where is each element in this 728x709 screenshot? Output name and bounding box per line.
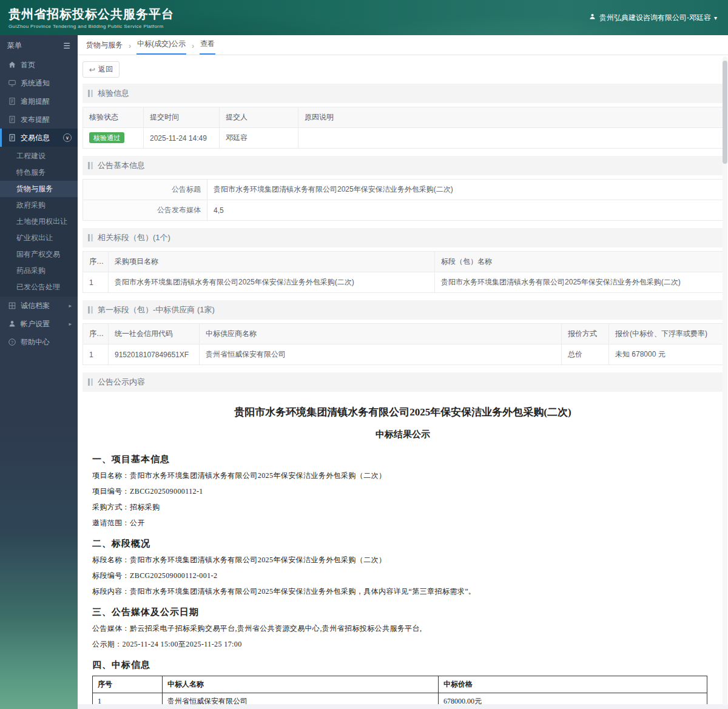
sidebar-item-gov-procurement[interactable]: 政府采购 [0, 197, 78, 213]
sidebar-item-published-notices[interactable]: 已发公告处理 [0, 279, 78, 295]
supplier-name-cell: 贵州省恒威保安有限公司 [200, 344, 562, 365]
sidebar-item-publish-reminder[interactable]: 发布提醒 [0, 110, 78, 129]
doc-heading-1: 一、项目基本信息 [92, 454, 713, 465]
winner-price-cell: 678000.00元 [439, 693, 707, 705]
user-menu[interactable]: 贵州弘典建设咨询有限公司-邓廷容 ▾ [588, 13, 717, 23]
brand: 贵州省招标投标公共服务平台 GuiZhou Province Tendering… [8, 6, 174, 29]
table-row: 公告发布媒体 4,5 [83, 200, 723, 221]
field-value: 贵阳市水务环境集团清镇水务有限公司2025年保安保洁业务外包采购(二次) [207, 180, 723, 200]
field-value: 4,5 [207, 200, 723, 221]
section-header-related: 相关标段（包）(1个) [83, 228, 723, 247]
status-badge: 核验通过 [89, 132, 124, 143]
back-icon: ↩ [89, 66, 95, 74]
user-name: 贵州弘典建设咨询有限公司-邓廷容 [599, 13, 711, 23]
svg-text:?: ? [11, 340, 13, 344]
app-header: 贵州省招标投标公共服务平台 GuiZhou Province Tendering… [0, 0, 728, 35]
section-verify: 核验信息 核验状态 提交时间 提交人 原因说明 核验通过 2025-11-24 … [83, 84, 723, 149]
doc-line: 邀请范围：公开 [92, 518, 713, 528]
doc-line: 项目名称：贵阳市水务环境集团清镇水务有限公司2025年保安保洁业务外包采购（二次… [92, 471, 713, 481]
question-icon: ? [7, 338, 16, 346]
section-marker-icon [88, 162, 90, 169]
sidebar-item-land-rights[interactable]: 土地使用权出让 [0, 213, 78, 230]
hamburger-icon[interactable]: ☰ [63, 41, 70, 50]
sidebar-item-home[interactable]: 首页 [0, 56, 78, 74]
chevron-down-icon: ∨ [63, 133, 72, 142]
section-basic-info: 公告基本信息 公告标题 贵阳市水务环境集团清镇水务有限公司2025年保安保洁业务… [83, 156, 723, 221]
doc-line: 标段内容：贵阳市水务环境集团清镇水务有限公司2025年保安保洁业务外包采购，具体… [92, 586, 713, 597]
back-button-label: 返回 [98, 64, 113, 75]
sidebar-item-credit-archive[interactable]: 诚信档案 ▸ [0, 297, 78, 315]
document-icon [7, 97, 16, 106]
sidebar-item-overdue-reminder[interactable]: 逾期提醒 [0, 92, 78, 110]
award-info-table: 序号 中标人名称 中标价格 1 贵州省恒威保安有限公司 678000.00元 [92, 676, 707, 704]
row-no-cell: 1 [93, 693, 163, 705]
verify-status-cell: 核验通过 [83, 128, 144, 149]
breadcrumb-item-award-notice[interactable]: 中标(成交)公示 [136, 35, 186, 55]
table-header-row: 核验状态 提交时间 提交人 原因说明 [83, 107, 723, 128]
section-title: 公告基本信息 [98, 160, 145, 171]
section-header-verify: 核验信息 [83, 84, 723, 103]
table-header-row: 序号 采购项目名称 标段（包）名称 [83, 252, 723, 272]
doc-line: 标段名称：贵阳市水务环境集团清镇水务有限公司2025年保安保洁业务外包采购（二次… [92, 555, 713, 565]
home-icon [7, 61, 16, 69]
column-header: 提交人 [220, 107, 298, 128]
document-title: 贵阳市水务环境集团清镇水务有限公司2025年保安保洁业务外包采购(二次) [110, 405, 695, 419]
sidebar-item-engineering[interactable]: 工程建设 [0, 148, 78, 164]
winner-name-cell: 贵州省恒威保安有限公司 [163, 693, 439, 705]
section-marker-icon [88, 306, 90, 314]
verify-table: 核验状态 提交时间 提交人 原因说明 核验通过 2025-11-24 14:49… [83, 107, 723, 149]
app-title: 贵州省招标投标公共服务平台 [8, 6, 174, 22]
sidebar-item-state-property[interactable]: 国有产权交易 [0, 246, 78, 263]
archive-grid-icon [7, 301, 16, 310]
sidebar-item-label: 发布提醒 [21, 115, 72, 125]
document-icon [7, 115, 16, 124]
back-button[interactable]: ↩ 返回 [83, 61, 120, 78]
sidebar-item-label: 逾期提醒 [21, 96, 72, 107]
column-header: 报价方式 [562, 324, 609, 344]
scrollbar-thumb[interactable] [723, 61, 727, 164]
column-header: 提交时间 [144, 107, 220, 128]
document-icon [7, 133, 16, 142]
column-header: 中标供应商名称 [200, 324, 562, 344]
price-cell: 未知 678000 元 [609, 344, 723, 365]
section-header-basic: 公告基本信息 [83, 156, 723, 175]
doc-line: 采购方式：招标采购 [92, 502, 713, 512]
field-label: 公告标题 [83, 180, 207, 200]
sidebar-item-account-settings[interactable]: 帐户设置 ▸ [0, 315, 78, 333]
verify-time-cell: 2025-11-24 14:49 [144, 128, 220, 149]
section-related-lots: 相关标段（包）(1个) 序号 采购项目名称 标段（包）名称 1 贵阳市水务环境集… [83, 228, 723, 293]
row-no-cell: 1 [83, 272, 109, 293]
doc-heading-2: 二、标段概况 [92, 538, 713, 549]
table-row: 1 贵阳市水务环境集团清镇水务有限公司2025年保安保洁业务外包采购(二次) 贵… [83, 272, 723, 293]
sidebar-item-label: 系统通知 [21, 78, 72, 89]
section-header-supplier: 第一标段（包）-中标供应商 (1家) [83, 300, 723, 320]
section-title: 公告公示内容 [98, 377, 145, 388]
sidebar-item-featured-services[interactable]: 特色服务 [0, 164, 78, 181]
table-header-row: 序号 中标人名称 中标价格 [93, 676, 707, 693]
sidebar-item-goods-services[interactable]: 货物与服务 [0, 181, 78, 197]
table-row: 核验通过 2025-11-24 14:49 邓廷容 [83, 128, 723, 149]
sidebar-item-label: 交易信息 [21, 133, 59, 143]
table-header-row: 序号 统一社会信用代码 中标供应商名称 报价方式 报价(中标价、下浮率或费率) [83, 324, 723, 344]
supplier-table: 序号 统一社会信用代码 中标供应商名称 报价方式 报价(中标价、下浮率或费率) … [83, 323, 723, 365]
main-content: 货物与服务 › 中标(成交)公示 › 查看 ↩ 返回 核验信息 核验状态 [78, 35, 728, 709]
doc-line: 项目编号：ZBCG202509000112-1 [92, 486, 713, 497]
app-subtitle: GuiZhou Province Tendering and Bidding P… [8, 24, 174, 29]
column-header: 核验状态 [83, 107, 144, 128]
chevron-right-icon: ▸ [69, 321, 72, 327]
section-header-notice: 公告公示内容 [83, 372, 723, 392]
sidebar-item-mining-rights[interactable]: 矿业权出让 [0, 230, 78, 246]
sidebar-item-trade-info[interactable]: 交易信息 ∨ [0, 129, 78, 147]
sidebar-item-drug-procurement[interactable]: 药品采购 [0, 263, 78, 279]
menu-label: 菜单 [7, 41, 22, 51]
column-header: 中标价格 [439, 676, 707, 693]
sidebar-item-system-notice[interactable]: 系统通知 [0, 74, 78, 92]
section-marker-icon [88, 378, 90, 386]
section-winning-supplier: 第一标段（包）-中标供应商 (1家) 序号 统一社会信用代码 中标供应商名称 报… [83, 300, 723, 365]
basic-info-table: 公告标题 贵阳市水务环境集团清镇水务有限公司2025年保安保洁业务外包采购(二次… [83, 179, 723, 221]
table-row: 公告标题 贵阳市水务环境集团清镇水务有限公司2025年保安保洁业务外包采购(二次… [83, 180, 723, 200]
related-lots-table: 序号 采购项目名称 标段（包）名称 1 贵阳市水务环境集团清镇水务有限公司202… [83, 251, 723, 293]
sidebar-item-label: 帐户设置 [21, 319, 64, 329]
breadcrumb-item-view[interactable]: 查看 [200, 35, 215, 55]
sidebar-item-help-center[interactable]: ? 帮助中心 [0, 333, 78, 351]
